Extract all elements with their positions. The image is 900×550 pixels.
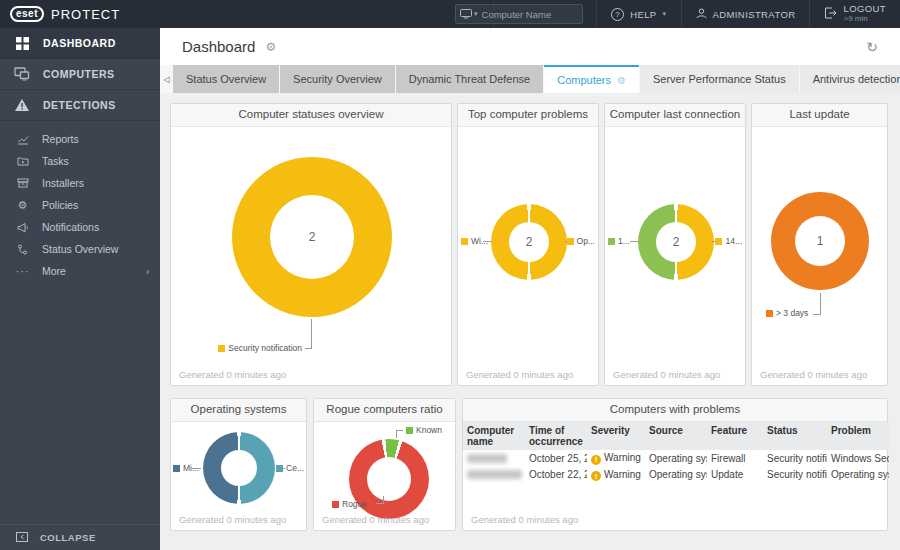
generated-timestamp: Generated 0 minutes ago (322, 514, 429, 525)
donut-computer-statuses[interactable]: 2 (232, 157, 392, 317)
card-last-update[interactable]: Last update 1 > 3 days Generated 0 minut… (751, 103, 888, 386)
legend-left: Mi... (173, 463, 199, 473)
col-time-of-occurrence[interactable]: Time of occurrence (525, 422, 587, 450)
legend-swatch (461, 238, 468, 245)
sidebar-item-dashboard[interactable]: DASHBOARD (0, 28, 160, 59)
sidebar-item-installers[interactable]: Installers (0, 172, 160, 194)
legend-known: Known (406, 425, 442, 435)
legend-label: 14... (725, 236, 742, 246)
col-source[interactable]: Source (645, 422, 707, 450)
logout-timer: >9 min (843, 15, 886, 24)
legend-swatch (218, 345, 225, 352)
reports-chart-icon (16, 134, 29, 145)
tab-scroll-left-icon[interactable]: ◁ (160, 65, 173, 93)
collapse-button[interactable]: COLLAPSE (0, 524, 160, 550)
col-status[interactable]: Status (763, 422, 827, 450)
help-icon: ? (611, 8, 624, 21)
card-computers-with-problems[interactable]: Computers with problems Computer name Ti… (462, 398, 888, 531)
megaphone-icon (16, 222, 29, 233)
dashboard-row-2: Operating systems Mi... Ce... Generated … (170, 398, 890, 531)
sidebar-item-notifications[interactable]: Notifications (0, 216, 160, 238)
dashboard-grid-icon (14, 36, 30, 51)
sidebar-item-policies[interactable]: ⚙ Policies (0, 194, 160, 216)
cell-severity: !Warning (587, 467, 645, 484)
leader-line (311, 319, 312, 349)
legend-swatch (715, 238, 722, 245)
legend-security-notification: Security notification (171, 343, 302, 353)
sidebar-item-status-overview[interactable]: Status Overview (0, 238, 160, 260)
col-problem[interactable]: Problem (827, 422, 889, 450)
sidebar-item-reports[interactable]: Reports (0, 128, 160, 150)
donut-last-connection[interactable]: 2 (638, 204, 714, 280)
page-title: Dashboard (182, 38, 255, 55)
sidebar-item-tasks[interactable]: Tasks (0, 150, 160, 172)
legend-left: Wi... (461, 236, 488, 246)
donut-center-value: 2 (509, 222, 549, 262)
donut-center-value: 2 (270, 195, 354, 279)
tab-gear-icon[interactable]: ⚙ (617, 75, 626, 86)
cell-time: October 22, 20... (525, 467, 587, 484)
chevron-down-icon[interactable]: ▾ (474, 10, 478, 18)
tab-dynamic-threat-defense[interactable]: Dynamic Threat Defense (396, 65, 543, 93)
legend-3-days: > 3 days (766, 308, 808, 318)
generated-timestamp: Generated 0 minutes ago (471, 514, 578, 525)
sidebar-item-label: DETECTIONS (43, 99, 116, 111)
col-computer-name[interactable]: Computer name (463, 422, 525, 450)
col-feature[interactable]: Feature (707, 422, 763, 450)
collapse-icon (16, 532, 28, 544)
dashboard-settings-gear-icon[interactable]: ⚙ (265, 40, 276, 54)
administrator-menu[interactable]: ADMINISTRATOR (681, 0, 810, 28)
tab-security-overview[interactable]: Security Overview (280, 65, 395, 93)
dashboard-tab-bar: ◁ Status Overview Security Overview Dyna… (160, 65, 900, 93)
tab-label: Server Performance Status (653, 73, 786, 85)
installers-box-icon (16, 178, 29, 188)
card-operating-systems[interactable]: Operating systems Mi... Ce... Generated … (170, 398, 307, 531)
tab-computers-active[interactable]: Computers ⚙ (544, 65, 639, 93)
card-top-computer-problems[interactable]: Top computer problems 2 Wi... Op... Gene… (457, 103, 599, 386)
table-row[interactable]: October 25, 20... !Warning Operating sys… (463, 450, 889, 467)
chevron-right-icon: › (146, 265, 150, 278)
computer-search-box[interactable]: ▾ (455, 4, 583, 24)
redacted-name (467, 470, 522, 479)
sidebar-item-label: Notifications (42, 221, 99, 233)
card-computer-last-connection[interactable]: Computer last connection 2 1... 14... Ge… (604, 103, 746, 386)
card-rogue-computers-ratio[interactable]: Rogue computers ratio Known Rogue Genera… (313, 398, 456, 531)
severity-label: Warning (604, 452, 641, 463)
legend-right: Ce... (276, 463, 304, 473)
redacted-name (467, 454, 507, 463)
collapse-label: COLLAPSE (40, 532, 96, 543)
donut-top-problems[interactable]: 2 (491, 204, 567, 280)
logout-icon (824, 7, 837, 21)
legend-right: Op... (567, 236, 595, 246)
sidebar-item-computers[interactable]: COMPUTERS (0, 59, 160, 90)
legend-swatch (567, 238, 574, 245)
leader-line (630, 241, 638, 242)
help-menu[interactable]: ? HELP ▾ (596, 0, 680, 28)
refresh-icon[interactable]: ↻ (866, 39, 878, 55)
dashboard-grid: Computer statuses overview 2 Security no… (160, 93, 900, 550)
legend-label: Rogue (342, 499, 367, 509)
tab-server-performance-status[interactable]: Server Performance Status (640, 65, 799, 93)
donut-last-update[interactable]: 1 (771, 192, 869, 290)
legend-swatch (406, 427, 413, 434)
legend-label: Op... (577, 236, 595, 246)
sidebar: DASHBOARD COMPUTERS DETECTIONS Reports (0, 28, 160, 550)
search-input[interactable] (480, 8, 578, 21)
leader-line (305, 348, 312, 349)
legend-label: Wi... (471, 236, 488, 246)
col-severity[interactable]: Severity (587, 422, 645, 450)
card-computer-statuses-overview[interactable]: Computer statuses overview 2 Security no… (170, 103, 452, 386)
generated-timestamp: Generated 0 minutes ago (466, 369, 573, 380)
monitor-icon (460, 5, 472, 23)
product-name: PROTECT (51, 7, 120, 22)
table-row[interactable]: October 22, 20... !Warning Operating sys… (463, 467, 889, 484)
sidebar-item-detections[interactable]: DETECTIONS (0, 90, 160, 121)
logout-menu[interactable]: LOGOUT >9 min (809, 0, 900, 28)
tab-antivirus-detections[interactable]: Antivirus detections (800, 65, 900, 93)
sidebar-item-label: Installers (42, 177, 84, 189)
dashboard-row-1: Computer statuses overview 2 Security no… (170, 103, 890, 386)
donut-operating-systems[interactable] (203, 432, 275, 504)
tab-status-overview[interactable]: Status Overview (173, 65, 279, 93)
sidebar-item-label: Tasks (42, 155, 69, 167)
sidebar-item-more[interactable]: ··· More › (0, 260, 160, 282)
